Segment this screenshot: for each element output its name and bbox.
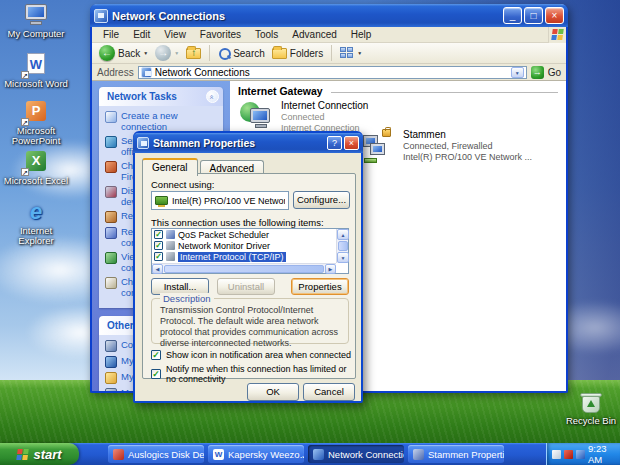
checkbox-checked-icon[interactable]: ✓ bbox=[154, 241, 163, 250]
taskbar-button-network-connections[interactable]: Network Connections bbox=[308, 445, 404, 463]
checkbox-checked-icon[interactable]: ✓ bbox=[154, 230, 163, 239]
list-item-label: QoS Packet Scheduler bbox=[178, 230, 269, 240]
auslogics-icon bbox=[113, 449, 124, 460]
list-item-network-monitor[interactable]: ✓ Network Monitor Driver bbox=[152, 240, 348, 251]
views-button[interactable]: ▼ bbox=[338, 47, 364, 59]
system-tray: 9:23 AM bbox=[546, 443, 620, 465]
chevron-up-icon[interactable]: » bbox=[206, 90, 219, 103]
internet-explorer-icon: e bbox=[23, 200, 49, 224]
search-button[interactable]: Search bbox=[216, 47, 267, 59]
back-button[interactable]: ← Back ▼ bbox=[97, 45, 150, 61]
horizontal-scrollbar[interactable]: ◀ ▶ bbox=[152, 263, 336, 273]
search-icon bbox=[218, 47, 230, 59]
my-computer-small-icon bbox=[105, 388, 117, 391]
desktop-icon-word[interactable]: W↗ Microsoft Word bbox=[3, 53, 69, 89]
up-button[interactable] bbox=[184, 48, 203, 59]
menu-view[interactable]: View bbox=[157, 29, 193, 40]
ok-button[interactable]: OK bbox=[247, 383, 299, 401]
back-dropdown-icon[interactable]: ▼ bbox=[143, 50, 148, 56]
checkbox-checked-icon[interactable]: ✓ bbox=[154, 252, 163, 261]
taskbar-button-label: Auslogics Disk Defrag bbox=[128, 449, 204, 460]
menu-edit[interactable]: Edit bbox=[126, 29, 157, 40]
start-button[interactable]: start bbox=[0, 443, 79, 465]
desktop-icon-label: Microsoft PowerPoint bbox=[3, 126, 69, 146]
volume-icon[interactable] bbox=[552, 450, 561, 459]
cancel-button[interactable]: Cancel bbox=[303, 383, 355, 401]
antivirus-tray-icon[interactable] bbox=[564, 450, 573, 459]
folders-button[interactable]: Folders bbox=[270, 48, 325, 59]
network-tray-icon[interactable] bbox=[576, 450, 585, 459]
excel-icon: X↗ bbox=[23, 150, 49, 174]
scroll-right-icon[interactable]: ▶ bbox=[325, 264, 336, 274]
scroll-left-icon[interactable]: ◀ bbox=[152, 264, 163, 274]
network-adapter-icon bbox=[155, 196, 168, 205]
maximize-button[interactable]: □ bbox=[524, 7, 543, 24]
window-titlebar[interactable]: Network Connections _ □ × bbox=[90, 4, 568, 27]
dialog-close-button[interactable]: × bbox=[344, 136, 359, 150]
driver-icon bbox=[166, 241, 175, 250]
menu-file[interactable]: File bbox=[96, 29, 126, 40]
go-label[interactable]: Go bbox=[548, 67, 561, 78]
forward-dropdown-icon[interactable]: ▼ bbox=[174, 50, 179, 56]
sidebar-item-create-connection[interactable]: Create a new connection bbox=[105, 111, 220, 132]
menu-help[interactable]: Help bbox=[344, 29, 379, 40]
desktop-icon-recycle-bin[interactable]: Recycle Bin bbox=[558, 390, 620, 426]
go-icon[interactable]: → bbox=[531, 66, 544, 79]
scroll-thumb[interactable] bbox=[338, 241, 348, 251]
menu-bar: File Edit View Favorites Tools Advanced … bbox=[92, 27, 566, 43]
uninstall-button[interactable]: Uninstall bbox=[217, 278, 275, 295]
minimize-button[interactable]: _ bbox=[503, 7, 522, 24]
desktop-icon-internet-explorer[interactable]: e Internet Explorer bbox=[3, 200, 69, 246]
panel-title: Network Tasks bbox=[107, 91, 206, 102]
properties-button[interactable]: Properties bbox=[291, 278, 349, 295]
dialog-titlebar[interactable]: Stammen Properties ? × bbox=[133, 133, 363, 153]
checkbox-checked-icon[interactable]: ✓ bbox=[151, 350, 161, 360]
scroll-down-icon[interactable]: ▼ bbox=[337, 252, 349, 263]
taskbar-button-auslogics[interactable]: Auslogics Disk Defrag bbox=[108, 445, 204, 463]
views-dropdown-icon[interactable]: ▼ bbox=[357, 50, 362, 56]
repair-icon bbox=[105, 211, 117, 223]
help-button[interactable]: ? bbox=[327, 136, 342, 150]
notify-limited-checkbox[interactable]: ✓ Notify me when this connection has lim… bbox=[151, 364, 355, 384]
list-item-qos[interactable]: ✓ QoS Packet Scheduler bbox=[152, 229, 348, 240]
checkbox-checked-icon[interactable]: ✓ bbox=[151, 369, 161, 379]
address-input[interactable]: Network Connections ▼ bbox=[138, 66, 527, 79]
toolbar-separator bbox=[331, 45, 332, 61]
vertical-scrollbar[interactable]: ▲ ▼ bbox=[336, 229, 348, 263]
taskbar-button-kapersky-doc[interactable]: W Kapersky Weezo.JPG... bbox=[208, 445, 304, 463]
desktop-icon-excel[interactable]: X↗ Microsoft Excel bbox=[3, 150, 69, 186]
desktop: My Computer W↗ Microsoft Word P↗ Microso… bbox=[0, 0, 620, 465]
section-rule bbox=[331, 92, 558, 93]
address-value: Network Connections bbox=[155, 67, 508, 78]
up-folder-icon bbox=[186, 48, 201, 59]
connect-using-label: Connect using: bbox=[151, 179, 214, 190]
menu-favorites[interactable]: Favorites bbox=[193, 29, 248, 40]
configure-button[interactable]: Configure... bbox=[293, 191, 350, 209]
sidebar-item-label: Create a new connection bbox=[121, 111, 220, 132]
scroll-thumb[interactable] bbox=[164, 265, 324, 273]
close-button[interactable]: × bbox=[545, 7, 564, 24]
desktop-icon-powerpoint[interactable]: P↗ Microsoft PowerPoint bbox=[3, 100, 69, 146]
desktop-icon-my-computer[interactable]: My Computer bbox=[3, 3, 69, 39]
lan-connection-item[interactable]: Stammen Connected, Firewalled Intel(R) P… bbox=[362, 129, 532, 165]
scroll-up-icon[interactable]: ▲ bbox=[337, 229, 349, 240]
back-label: Back bbox=[118, 48, 140, 59]
list-item-tcpip[interactable]: ✓ Internet Protocol (TCP/IP) bbox=[152, 251, 348, 262]
show-icon-checkbox[interactable]: ✓ Show icon in notification area when co… bbox=[151, 350, 351, 360]
tab-general[interactable]: General bbox=[142, 158, 198, 176]
network-tasks-header[interactable]: Network Tasks » bbox=[99, 87, 223, 106]
forward-button[interactable]: → ▼ bbox=[153, 45, 181, 61]
taskbar-button-stammen-properties[interactable]: Stammen Properties bbox=[408, 445, 504, 463]
powerpoint-icon: P↗ bbox=[23, 100, 49, 124]
desktop-icon-label: Microsoft Excel bbox=[3, 176, 69, 186]
taskbar-button-label: Network Connections bbox=[328, 449, 404, 460]
connection-items-list[interactable]: ✓ QoS Packet Scheduler ✓ Network Monitor… bbox=[151, 228, 349, 274]
address-dropdown-icon[interactable]: ▼ bbox=[511, 67, 524, 78]
menu-tools[interactable]: Tools bbox=[248, 29, 285, 40]
internet-connection-item[interactable]: Internet Connection Connected Internet C… bbox=[240, 100, 368, 133]
word-doc-icon: W bbox=[213, 449, 224, 460]
desktop-icon-label: Recycle Bin bbox=[558, 416, 620, 426]
control-panel-icon bbox=[105, 340, 117, 352]
menu-advanced[interactable]: Advanced bbox=[285, 29, 343, 40]
adapter-field[interactable]: Intel(R) PRO/100 VE Network Conne bbox=[151, 191, 289, 210]
